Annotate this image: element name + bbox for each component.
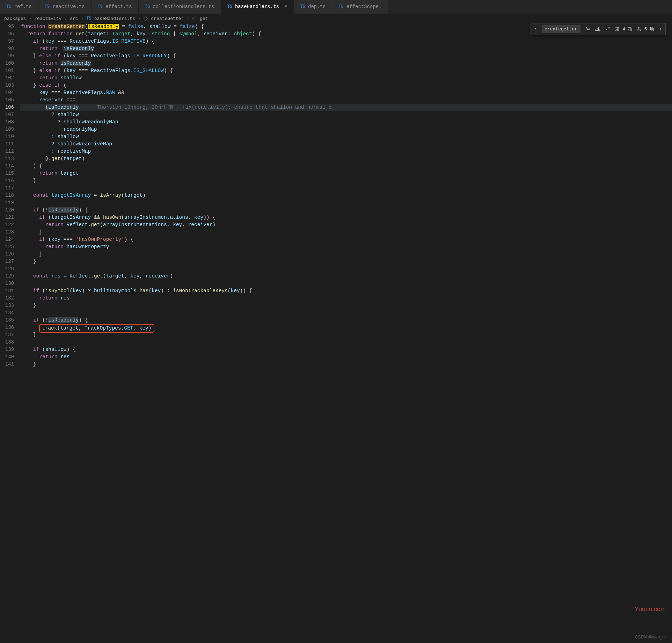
breadcrumb-item[interactable]: reactivity xyxy=(34,15,61,22)
editor-tabs: TSref.tsTSreactive.tsTSeffect.tsTScollec… xyxy=(0,0,672,14)
symbol-method-icon xyxy=(144,16,148,21)
line-number: 126 xyxy=(0,251,14,258)
code-line[interactable]: ) { xyxy=(20,162,672,170)
match-whole-word-icon[interactable]: ab xyxy=(594,25,602,34)
line-number: 103 xyxy=(0,82,14,89)
code-line[interactable]: return target xyxy=(20,170,672,177)
line-number: 135 xyxy=(0,317,14,324)
find-widget[interactable]: › Aa ab .* 第 4 项，共 5 项 ↑ xyxy=(531,23,666,35)
code-line[interactable] xyxy=(20,339,672,346)
line-number: 120 xyxy=(0,207,14,214)
code-line[interactable]: } xyxy=(20,258,672,265)
code-line[interactable]: track(target, TrackOpTypes.GET, key) xyxy=(20,324,672,331)
editor-tab[interactable]: TSbaseHandlers.ts× xyxy=(221,0,294,14)
line-number: 137 xyxy=(0,331,14,339)
line-number: 116 xyxy=(0,177,14,185)
code-line[interactable] xyxy=(20,199,672,207)
toggle-replace-icon[interactable]: › xyxy=(533,26,539,33)
code-line[interactable]: } xyxy=(20,251,672,258)
line-number: 139 xyxy=(0,346,14,353)
code-line[interactable]: } xyxy=(20,229,672,236)
code-line[interactable]: } xyxy=(20,302,672,309)
line-number: 115 xyxy=(0,170,14,177)
breadcrumb-item[interactable]: src xyxy=(70,15,78,22)
code-line[interactable] xyxy=(20,309,672,317)
code-line[interactable]: return res xyxy=(20,295,672,302)
code-line[interactable]: const res = Reflect.get(target, key, rec… xyxy=(20,273,672,280)
code-line[interactable]: if (!isReadonly) { xyxy=(20,317,672,324)
code-line[interactable]: : reactiveMap xyxy=(20,148,672,155)
code-line[interactable]: : shallow xyxy=(20,133,672,140)
code-line[interactable]: const targetIsArray = isArray(target) xyxy=(20,192,672,199)
line-number: 99 xyxy=(0,52,14,60)
line-number: 110 xyxy=(0,133,14,140)
use-regex-icon[interactable]: .* xyxy=(604,25,612,34)
editor-tab[interactable]: TSreactive.ts xyxy=(38,0,92,14)
editor-tab[interactable]: TSref.ts xyxy=(0,0,38,14)
editor-tab[interactable]: TSdep.ts xyxy=(294,0,333,14)
breadcrumb-file[interactable]: baseHandlers.ts xyxy=(94,15,135,22)
line-number: 138 xyxy=(0,339,14,346)
line-number: 109 xyxy=(0,126,14,133)
line-number: 130 xyxy=(0,280,14,287)
code-line[interactable]: } else if (key === ReactiveFlags.IS_READ… xyxy=(20,52,672,60)
find-previous-icon[interactable]: ↑ xyxy=(658,26,663,33)
code-line[interactable]: return hasOwnProperty xyxy=(20,243,672,251)
code-line[interactable]: (isReadonly Thorsten Lünborg, 20个月前 · fi… xyxy=(20,104,672,111)
line-number: 98 xyxy=(0,45,14,52)
code-line[interactable]: return res xyxy=(20,353,672,361)
code-line[interactable] xyxy=(20,185,672,192)
line-number: 119 xyxy=(0,199,14,207)
breadcrumbs[interactable]: packages › reactivity › src › TS baseHan… xyxy=(0,14,672,23)
code-line[interactable]: } else if ( xyxy=(20,82,672,89)
code-line[interactable]: : readonlyMap xyxy=(20,126,672,133)
code-line[interactable]: key === ReactiveFlags.RAW && xyxy=(20,89,672,96)
code-line[interactable]: if (shallow) { xyxy=(20,346,672,353)
code-line[interactable]: } xyxy=(20,177,672,185)
code-line[interactable]: ? shallowReactiveMap xyxy=(20,140,672,148)
line-number: 100 xyxy=(0,60,14,67)
find-options: Aa ab .* xyxy=(584,25,612,34)
code-line[interactable]: if (targetIsArray && hasOwn(arrayInstrum… xyxy=(20,214,672,221)
code-line[interactable]: return Reflect.get(arrayInstrumentations… xyxy=(20,221,672,229)
tab-label: effect.ts xyxy=(105,3,132,10)
code-line[interactable]: return !isReadonly xyxy=(20,45,672,52)
line-number: 96 xyxy=(0,30,14,38)
code-line[interactable]: ? shallowReadonlyMap xyxy=(20,118,672,126)
code-line[interactable]: return isReadonly xyxy=(20,60,672,67)
code-line[interactable]: if (isSymbol(key) ? builtInSymbols.has(k… xyxy=(20,287,672,295)
code-line[interactable]: ).get(target) xyxy=(20,155,672,162)
code-line[interactable]: } xyxy=(20,361,672,368)
find-input[interactable] xyxy=(542,25,580,33)
code-line[interactable]: if (key === 'hasOwnProperty') { xyxy=(20,236,672,243)
code-line[interactable]: if (!isReadonly) { xyxy=(20,207,672,214)
line-number: 117 xyxy=(0,185,14,192)
line-number: 123 xyxy=(0,229,14,236)
code-area[interactable]: function createGetter(isReadonly = false… xyxy=(20,23,672,643)
match-case-icon[interactable]: Aa xyxy=(584,25,592,34)
line-number: 104 xyxy=(0,89,14,96)
line-number: 112 xyxy=(0,148,14,155)
breadcrumb-item[interactable]: packages xyxy=(4,15,26,22)
line-number: 129 xyxy=(0,273,14,280)
code-line[interactable]: receiver === xyxy=(20,96,672,104)
code-line[interactable]: if (key === ReactiveFlags.IS_REACTIVE) { xyxy=(20,38,672,45)
breadcrumb-symbol[interactable]: get xyxy=(200,15,208,22)
editor[interactable]: 9596979899100101102103104105106107108109… xyxy=(0,23,672,643)
close-icon[interactable]: × xyxy=(284,3,287,10)
code-line[interactable]: } else if (key === ReactiveFlags.IS_SHAL… xyxy=(20,67,672,74)
chevron-right-icon: › xyxy=(81,15,83,22)
typescript-icon: TS xyxy=(338,3,343,10)
editor-tab[interactable]: TScollectionHandlers.ts xyxy=(139,0,221,14)
editor-tab[interactable]: TSeffectScope. xyxy=(332,0,388,14)
breadcrumb-symbol[interactable]: createGetter xyxy=(151,15,184,22)
line-number: 108 xyxy=(0,118,14,126)
chevron-right-icon: › xyxy=(64,15,67,22)
line-number: 118 xyxy=(0,192,14,199)
code-line[interactable] xyxy=(20,280,672,287)
editor-tab[interactable]: TSeffect.ts xyxy=(92,0,139,14)
code-line[interactable]: ? shallow xyxy=(20,111,672,118)
code-line[interactable] xyxy=(20,265,672,273)
tab-label: reactive.ts xyxy=(52,3,85,10)
code-line[interactable]: return shallow xyxy=(20,74,672,82)
